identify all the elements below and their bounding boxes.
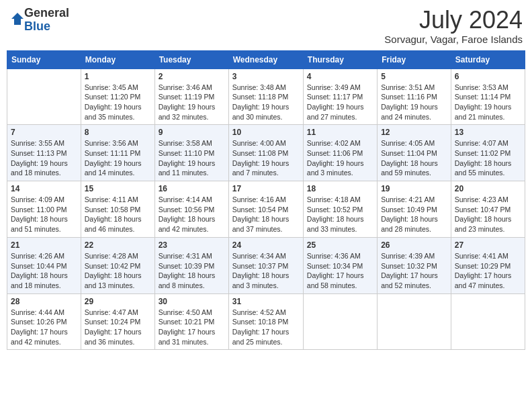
day-detail: Sunrise: 3:53 AM Sunset: 11:14 PM Daylig… xyxy=(455,83,521,122)
calendar-day-header: Thursday xyxy=(303,50,377,68)
calendar-day-header: Sunday xyxy=(7,50,81,68)
calendar-cell: 24Sunrise: 4:34 AM Sunset: 10:37 PM Dayl… xyxy=(228,237,303,293)
day-number: 11 xyxy=(307,128,373,137)
day-detail: Sunrise: 4:34 AM Sunset: 10:37 PM Daylig… xyxy=(232,251,300,291)
day-number: 22 xyxy=(85,240,151,250)
calendar-cell: 18Sunrise: 4:18 AM Sunset: 10:52 PM Dayl… xyxy=(303,181,377,238)
calendar-cell xyxy=(303,293,377,350)
day-detail: Sunrise: 4:31 AM Sunset: 10:39 PM Daylig… xyxy=(159,251,225,291)
day-detail: Sunrise: 3:58 AM Sunset: 11:10 PM Daylig… xyxy=(159,138,225,178)
calendar-cell: 20Sunrise: 4:23 AM Sunset: 10:47 PM Dayl… xyxy=(451,181,525,238)
day-detail: Sunrise: 4:47 AM Sunset: 10:24 PM Daylig… xyxy=(85,308,151,347)
day-detail: Sunrise: 3:49 AM Sunset: 11:17 PM Daylig… xyxy=(307,83,373,122)
calendar-week-row: 1Sunrise: 3:45 AM Sunset: 11:20 PM Dayli… xyxy=(7,68,525,125)
logo-general-text: General xyxy=(24,7,69,20)
calendar-cell: 15Sunrise: 4:11 AM Sunset: 10:58 PM Dayl… xyxy=(81,181,154,238)
day-detail: Sunrise: 3:48 AM Sunset: 11:18 PM Daylig… xyxy=(232,83,300,122)
calendar-cell: 27Sunrise: 4:41 AM Sunset: 10:29 PM Dayl… xyxy=(451,237,525,293)
day-detail: Sunrise: 4:21 AM Sunset: 10:49 PM Daylig… xyxy=(381,195,447,234)
calendar-cell xyxy=(378,293,451,350)
day-number: 13 xyxy=(455,128,521,137)
calendar-cell: 14Sunrise: 4:09 AM Sunset: 11:00 PM Dayl… xyxy=(7,181,81,238)
day-number: 10 xyxy=(232,128,300,137)
calendar-cell: 6Sunrise: 3:53 AM Sunset: 11:14 PM Dayli… xyxy=(451,68,525,125)
calendar-cell: 12Sunrise: 4:05 AM Sunset: 11:04 PM Dayl… xyxy=(378,125,451,181)
day-detail: Sunrise: 4:28 AM Sunset: 10:42 PM Daylig… xyxy=(85,251,151,291)
day-detail: Sunrise: 4:02 AM Sunset: 11:06 PM Daylig… xyxy=(307,138,373,178)
day-detail: Sunrise: 4:50 AM Sunset: 10:21 PM Daylig… xyxy=(159,308,225,347)
day-detail: Sunrise: 4:44 AM Sunset: 10:26 PM Daylig… xyxy=(11,308,77,347)
calendar-table: SundayMondayTuesdayWednesdayThursdayFrid… xyxy=(7,50,525,351)
logo-icon xyxy=(11,12,24,26)
day-number: 28 xyxy=(11,297,77,306)
calendar-cell: 3Sunrise: 3:48 AM Sunset: 11:18 PM Dayli… xyxy=(228,68,303,125)
day-number: 30 xyxy=(159,297,225,306)
calendar-cell: 30Sunrise: 4:50 AM Sunset: 10:21 PM Dayl… xyxy=(154,293,228,350)
calendar-day-header: Friday xyxy=(378,50,451,68)
calendar-week-row: 7Sunrise: 3:55 AM Sunset: 11:13 PM Dayli… xyxy=(7,125,525,181)
calendar-cell: 28Sunrise: 4:44 AM Sunset: 10:26 PM Dayl… xyxy=(7,293,81,350)
day-number: 20 xyxy=(455,184,521,193)
day-detail: Sunrise: 4:00 AM Sunset: 11:08 PM Daylig… xyxy=(232,138,300,178)
day-detail: Sunrise: 4:18 AM Sunset: 10:52 PM Daylig… xyxy=(307,195,373,234)
day-number: 31 xyxy=(232,297,300,306)
day-number: 15 xyxy=(85,184,151,193)
calendar-cell: 25Sunrise: 4:36 AM Sunset: 10:34 PM Dayl… xyxy=(303,237,377,293)
calendar-cell: 2Sunrise: 3:46 AM Sunset: 11:19 PM Dayli… xyxy=(154,68,228,125)
day-number: 18 xyxy=(307,184,373,193)
calendar-cell: 23Sunrise: 4:31 AM Sunset: 10:39 PM Dayl… xyxy=(154,237,228,293)
calendar-cell: 26Sunrise: 4:39 AM Sunset: 10:32 PM Dayl… xyxy=(378,237,451,293)
calendar-day-header: Wednesday xyxy=(228,50,303,68)
svg-marker-0 xyxy=(11,13,24,25)
day-detail: Sunrise: 4:14 AM Sunset: 10:56 PM Daylig… xyxy=(159,195,225,234)
day-number: 1 xyxy=(85,72,151,81)
title-block: July 2024 Sorvagur, Vagar, Faroe Islands xyxy=(384,7,523,45)
calendar-week-row: 14Sunrise: 4:09 AM Sunset: 11:00 PM Dayl… xyxy=(7,181,525,238)
logo-blue-text: Blue xyxy=(24,20,69,34)
day-detail: Sunrise: 4:05 AM Sunset: 11:04 PM Daylig… xyxy=(381,138,447,178)
calendar-cell: 4Sunrise: 3:49 AM Sunset: 11:17 PM Dayli… xyxy=(303,68,377,125)
logo: General Blue xyxy=(9,7,69,34)
day-detail: Sunrise: 4:11 AM Sunset: 10:58 PM Daylig… xyxy=(85,195,151,234)
calendar-cell: 29Sunrise: 4:47 AM Sunset: 10:24 PM Dayl… xyxy=(81,293,154,350)
day-detail: Sunrise: 3:46 AM Sunset: 11:19 PM Daylig… xyxy=(159,83,225,122)
calendar-day-header: Tuesday xyxy=(154,50,228,68)
calendar-cell: 5Sunrise: 3:51 AM Sunset: 11:16 PM Dayli… xyxy=(378,68,451,125)
calendar-cell: 7Sunrise: 3:55 AM Sunset: 11:13 PM Dayli… xyxy=(7,125,81,181)
day-detail: Sunrise: 3:55 AM Sunset: 11:13 PM Daylig… xyxy=(11,138,77,178)
calendar-header-row: SundayMondayTuesdayWednesdayThursdayFrid… xyxy=(7,50,525,68)
day-number: 17 xyxy=(232,184,300,193)
calendar-cell xyxy=(7,68,81,125)
day-detail: Sunrise: 4:07 AM Sunset: 11:02 PM Daylig… xyxy=(455,138,521,178)
day-detail: Sunrise: 4:52 AM Sunset: 10:18 PM Daylig… xyxy=(232,308,300,347)
calendar-cell: 17Sunrise: 4:16 AM Sunset: 10:54 PM Dayl… xyxy=(228,181,303,238)
day-number: 8 xyxy=(85,128,151,137)
calendar-cell: 1Sunrise: 3:45 AM Sunset: 11:20 PM Dayli… xyxy=(81,68,154,125)
day-number: 6 xyxy=(455,72,521,81)
day-number: 27 xyxy=(455,240,521,250)
day-number: 7 xyxy=(11,128,77,137)
day-detail: Sunrise: 4:39 AM Sunset: 10:32 PM Daylig… xyxy=(381,251,447,291)
day-number: 4 xyxy=(307,72,373,81)
day-number: 12 xyxy=(381,128,447,137)
calendar-cell: 21Sunrise: 4:26 AM Sunset: 10:44 PM Dayl… xyxy=(7,237,81,293)
calendar-cell: 8Sunrise: 3:56 AM Sunset: 11:11 PM Dayli… xyxy=(81,125,154,181)
calendar-cell xyxy=(451,293,525,350)
day-number: 14 xyxy=(11,184,77,193)
day-number: 3 xyxy=(232,72,300,81)
day-number: 19 xyxy=(381,184,447,193)
location-text: Sorvagur, Vagar, Faroe Islands xyxy=(384,34,523,45)
day-detail: Sunrise: 4:26 AM Sunset: 10:44 PM Daylig… xyxy=(11,251,77,291)
day-detail: Sunrise: 3:51 AM Sunset: 11:16 PM Daylig… xyxy=(381,83,447,122)
calendar-week-row: 28Sunrise: 4:44 AM Sunset: 10:26 PM Dayl… xyxy=(7,293,525,350)
day-detail: Sunrise: 4:23 AM Sunset: 10:47 PM Daylig… xyxy=(455,195,521,234)
day-detail: Sunrise: 3:45 AM Sunset: 11:20 PM Daylig… xyxy=(85,83,151,122)
day-number: 24 xyxy=(232,240,300,250)
day-detail: Sunrise: 4:36 AM Sunset: 10:34 PM Daylig… xyxy=(307,251,373,291)
calendar-day-header: Monday xyxy=(81,50,154,68)
day-number: 5 xyxy=(381,72,447,81)
calendar-cell: 9Sunrise: 3:58 AM Sunset: 11:10 PM Dayli… xyxy=(154,125,228,181)
day-detail: Sunrise: 4:41 AM Sunset: 10:29 PM Daylig… xyxy=(455,251,521,291)
day-detail: Sunrise: 4:09 AM Sunset: 11:00 PM Daylig… xyxy=(11,195,77,234)
page-header: General Blue July 2024 Sorvagur, Vagar, … xyxy=(7,7,525,45)
